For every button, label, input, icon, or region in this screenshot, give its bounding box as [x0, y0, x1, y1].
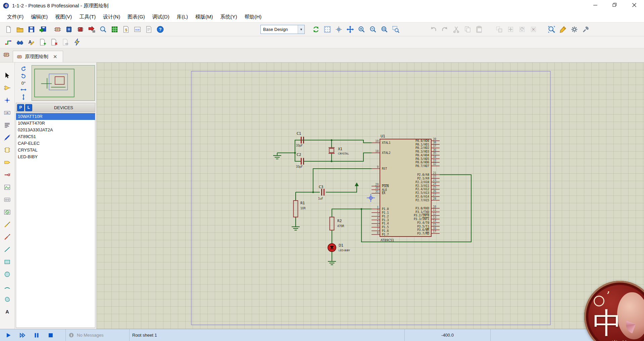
menu-design[interactable]: 设计(N): [99, 12, 124, 22]
report-generator-button[interactable]: [143, 24, 154, 35]
pick-devices-button[interactable]: P: [17, 104, 24, 111]
wire-label-mode-button[interactable]: LBL: [2, 107, 13, 118]
rotate-clockwise-button[interactable]: [19, 65, 28, 73]
device-pins-mode-button[interactable]: [2, 169, 13, 180]
edit-properties-button[interactable]: [557, 24, 568, 35]
junction-dot-mode-button[interactable]: [2, 95, 13, 105]
restore-button[interactable]: [605, 0, 625, 11]
grid-toggle-button[interactable]: [321, 24, 333, 35]
current-probe-mode-button[interactable]: [2, 231, 13, 242]
schematic-home-icon[interactable]: [3, 51, 11, 60]
menu-help[interactable]: 帮助(H): [241, 12, 265, 22]
wire[interactable]: [332, 209, 371, 217]
origin-marker-button[interactable]: [333, 24, 344, 35]
component-x1[interactable]: [329, 148, 335, 154]
step-button[interactable]: [15, 331, 30, 340]
schematic-canvas[interactable]: 19XTAL118XTAL29RST29PSEN30ALE31EA1P1.02P…: [97, 62, 644, 329]
device-list-item[interactable]: CAP-ELEC: [16, 140, 95, 147]
search-parts-button[interactable]: [14, 37, 26, 48]
configure-system-button[interactable]: [568, 24, 580, 35]
zoom-out-button[interactable]: [367, 24, 379, 35]
menu-library[interactable]: 库(L): [173, 12, 192, 22]
terminals-mode-button[interactable]: [2, 157, 13, 168]
stop-button[interactable]: [44, 331, 58, 340]
path-2d-button[interactable]: [2, 294, 13, 304]
voltage-probe-mode-button[interactable]: [2, 219, 13, 230]
system-settings-button[interactable]: [580, 24, 591, 35]
power-terminal[interactable]: [355, 182, 359, 186]
menu-template[interactable]: 模版(M): [192, 12, 217, 22]
import-project-button[interactable]: [37, 24, 48, 35]
tab-schematic-capture[interactable]: 原理图绘制 ✕: [13, 51, 63, 62]
schematic-capture-button[interactable]: [52, 24, 63, 35]
ground-symbol[interactable]: [273, 153, 281, 159]
new-document-button[interactable]: [3, 24, 14, 35]
pause-button[interactable]: [30, 331, 44, 340]
device-list-item[interactable]: 10WATT470R: [16, 120, 95, 127]
menu-file[interactable]: 文件(F): [3, 12, 27, 22]
wire-autoroute-button[interactable]: [3, 37, 14, 48]
mirror-horizontal-button[interactable]: [19, 86, 28, 93]
tab-close-icon[interactable]: ✕: [53, 54, 57, 60]
menu-system[interactable]: 系统(Y): [216, 12, 241, 22]
source-code-button[interactable]: 010: [132, 24, 143, 35]
find-component-button[interactable]: [97, 24, 109, 35]
property-assignment-button[interactable]: A: [26, 37, 37, 48]
generator-mode-button[interactable]: [2, 207, 13, 217]
netlist-transfer-button[interactable]: [86, 24, 97, 35]
subcircuit-mode-button[interactable]: [2, 144, 13, 155]
menu-edit[interactable]: 编辑(E): [27, 12, 51, 22]
component-u1[interactable]: 19XTAL118XTAL29RST29PSEN30ALE31EA1P1.02P…: [371, 138, 440, 237]
open-project-button[interactable]: [14, 24, 26, 35]
device-list-item[interactable]: CRYSTAL: [16, 147, 95, 154]
device-list-item[interactable]: 02013A330JAT2A: [16, 127, 95, 133]
box-2d-button[interactable]: [2, 256, 13, 267]
arc-2d-button[interactable]: [2, 281, 13, 292]
component-d1[interactable]: [328, 244, 336, 252]
design-explorer-button[interactable]: [109, 24, 120, 35]
pan-tool-button[interactable]: [344, 24, 356, 35]
component-c2[interactable]: [301, 158, 304, 165]
remove-sheet-button[interactable]: [48, 37, 60, 48]
bill-of-materials-button[interactable]: $: [120, 24, 132, 35]
refresh-display-button[interactable]: [310, 24, 321, 35]
zoom-extents-button[interactable]: [379, 24, 390, 35]
device-list-item[interactable]: LED-BIBY: [16, 154, 95, 160]
overview-window[interactable]: [32, 65, 95, 101]
zoom-area-button[interactable]: [390, 24, 401, 35]
library-manager-button[interactable]: L: [25, 104, 32, 111]
line-2d-button[interactable]: [2, 244, 13, 255]
device-list-item[interactable]: AT89C51: [16, 133, 95, 140]
device-list-item[interactable]: 10WATT10R: [16, 113, 95, 120]
menu-graph[interactable]: 图表(G): [124, 12, 149, 22]
electrical-rules-check-button[interactable]: [71, 37, 83, 48]
wire[interactable]: [326, 186, 357, 192]
menu-tools[interactable]: 工具(T): [76, 12, 99, 22]
zoom-in-button[interactable]: [356, 24, 367, 35]
buses-mode-button[interactable]: [2, 132, 13, 143]
ground-symbol[interactable]: [328, 259, 336, 265]
component-r2[interactable]: [330, 217, 334, 230]
pcb-layout-button[interactable]: [63, 24, 75, 35]
text-2d-button[interactable]: A: [2, 306, 13, 317]
circle-2d-button[interactable]: [2, 269, 13, 280]
component-mode-button[interactable]: [2, 82, 13, 93]
rotate-anticlockwise-button[interactable]: [19, 73, 28, 80]
wire[interactable]: [301, 140, 371, 143]
tape-recorder-mode-button[interactable]: [2, 194, 13, 205]
component-c3[interactable]: [322, 189, 324, 196]
component-r1[interactable]: [294, 201, 298, 217]
chip-view-button[interactable]: [75, 24, 86, 35]
text-script-mode-button[interactable]: [2, 120, 13, 130]
help-button[interactable]: ?: [154, 24, 166, 35]
menu-debug[interactable]: 调试(D): [149, 12, 173, 22]
ground-symbol[interactable]: [292, 224, 300, 230]
close-button[interactable]: [625, 0, 644, 11]
play-button[interactable]: [1, 331, 15, 340]
graph-mode-button[interactable]: [2, 182, 13, 193]
design-selector[interactable]: Base Design ▾: [260, 25, 305, 34]
minimize-button[interactable]: [586, 0, 605, 11]
selection-pointer-button[interactable]: [2, 70, 13, 81]
mirror-vertical-button[interactable]: [19, 93, 28, 101]
save-project-button[interactable]: [26, 24, 37, 35]
